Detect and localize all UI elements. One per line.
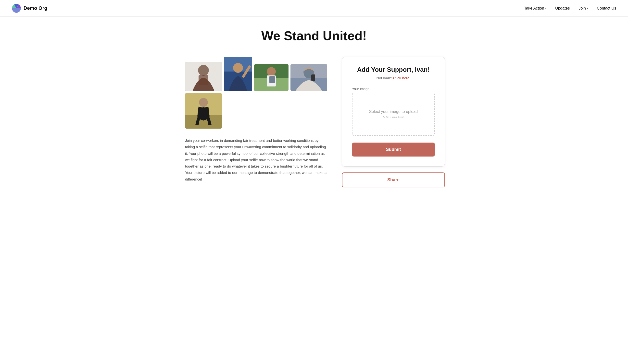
upload-size-text: 5 MB size limit <box>383 115 404 119</box>
left-column: Join your co-workers in demanding fair t… <box>185 57 327 182</box>
photo-1 <box>185 62 222 91</box>
share-btn-container: Share <box>342 173 445 187</box>
image-upload-area[interactable]: Select your image to upload 5 MB size li… <box>352 93 435 136</box>
submit-button[interactable]: Submit <box>352 143 435 157</box>
nav-item-contact-us[interactable]: Contact Us <box>597 6 616 10</box>
svg-rect-15 <box>269 76 275 83</box>
nav-link-join[interactable]: Join ▾ <box>579 6 588 10</box>
form-card-title: Add Your Support, Ivan! <box>352 66 435 73</box>
photo-4 <box>291 64 327 91</box>
navbar: Demo Org Take Action ▾ Updates Join ▾ Co… <box>0 0 628 17</box>
upload-main-text: Select your image to upload <box>369 110 418 114</box>
not-you-link[interactable]: Click here. <box>393 76 411 80</box>
nav-item-join[interactable]: Join ▾ <box>579 6 588 10</box>
nav-link-updates[interactable]: Updates <box>555 6 570 10</box>
image-label: Your Image <box>352 87 435 91</box>
page-title: We Stand United! <box>185 28 443 43</box>
form-card-subtitle: Not Ivan? Click here. <box>352 76 435 80</box>
main-container: We Stand United! <box>179 17 449 207</box>
photo-3 <box>254 64 289 91</box>
nav-link-contact-us[interactable]: Contact Us <box>597 6 616 10</box>
share-button[interactable]: Share <box>342 173 445 187</box>
svg-point-4 <box>198 65 209 76</box>
chevron-down-icon: ▾ <box>587 7 588 9</box>
nav-item-updates[interactable]: Updates <box>555 6 570 10</box>
svg-point-13 <box>267 67 276 76</box>
nav-link-take-action[interactable]: Take Action ▾ <box>524 6 546 10</box>
photo-mosaic <box>185 57 327 129</box>
nav-item-take-action[interactable]: Take Action ▾ <box>524 6 546 10</box>
nav-logo-text: Demo Org <box>23 5 47 11</box>
right-column: Add Your Support, Ivan! Not Ivan? Click … <box>342 57 445 187</box>
nav-logo[interactable]: Demo Org <box>12 4 47 13</box>
svg-rect-19 <box>311 74 315 81</box>
logo-icon <box>12 4 21 13</box>
content-grid: Join your co-workers in demanding fair t… <box>185 57 443 187</box>
chevron-down-icon: ▾ <box>545 7 546 9</box>
svg-point-8 <box>233 63 243 73</box>
description-text: Join your co-workers in demanding fair t… <box>185 137 327 182</box>
nav-links: Take Action ▾ Updates Join ▾ Contact Us <box>524 6 616 10</box>
svg-rect-5 <box>199 75 208 85</box>
photo-5 <box>185 93 222 129</box>
form-card: Add Your Support, Ivan! Not Ivan? Click … <box>342 57 445 167</box>
svg-point-22 <box>199 98 208 107</box>
photo-row-1 <box>185 57 327 91</box>
photo-row-2 <box>185 93 327 129</box>
photo-2 <box>224 57 252 91</box>
